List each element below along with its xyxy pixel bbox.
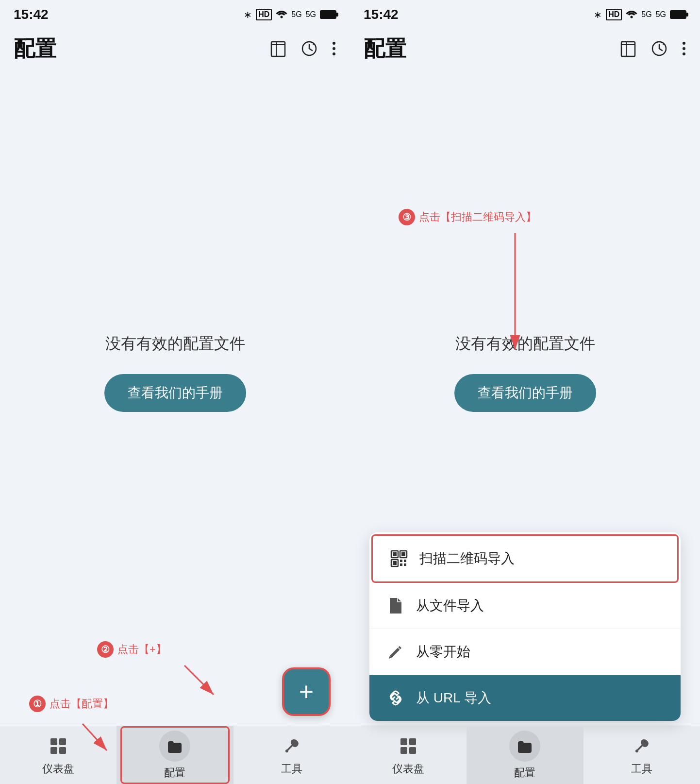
svg-rect-13 xyxy=(59,738,66,745)
annotation-1: ① 点击【配置】 xyxy=(29,696,114,712)
menu-item-url[interactable]: 从 URL 导入 xyxy=(369,675,681,721)
file-icon xyxy=(387,597,404,614)
fab-button-left[interactable]: + xyxy=(282,667,331,716)
svg-rect-38 xyxy=(400,738,407,745)
config-icon-circle-right xyxy=(509,731,540,762)
page-title-left: 配置 xyxy=(14,34,56,63)
annotation-text-1: 点击【配置】 xyxy=(50,697,114,711)
left-screen: 15:42 ∗ HD 5G 5G 配置 xyxy=(0,0,350,784)
wifi-icon-r xyxy=(626,9,637,20)
qr-icon xyxy=(390,550,408,567)
main-content-left: 没有有效的配置文件 查看我们的手册 xyxy=(0,68,350,726)
annotation-text-2: 点击【+】 xyxy=(117,642,167,657)
clock-icon-btn-right[interactable] xyxy=(650,40,668,57)
nav-label-tools-right: 工具 xyxy=(631,762,652,776)
more-icon-left xyxy=(332,40,336,57)
svg-point-6 xyxy=(333,47,335,50)
svg-point-24 xyxy=(683,52,685,55)
more-icon-btn-right[interactable] xyxy=(682,40,686,57)
top-bar-right: 配置 xyxy=(350,29,700,68)
annotation-text-3: 点击【扫描二维码导入】 xyxy=(419,210,536,224)
hd-icon-r: HD xyxy=(606,9,622,20)
dashboard-icon-wrap-right xyxy=(397,734,420,758)
status-icons-right: ∗ HD 5G 5G xyxy=(594,9,686,20)
svg-rect-30 xyxy=(401,552,405,556)
annotation-badge-1: ① xyxy=(29,696,46,712)
svg-rect-33 xyxy=(400,560,402,562)
svg-rect-1 xyxy=(271,42,285,56)
signal2-icon-r: 5G xyxy=(656,10,666,19)
bluetooth-icon: ∗ xyxy=(244,9,252,20)
nav-item-config-left[interactable]: 配置 xyxy=(117,726,233,784)
no-config-text-right: 没有有效的配置文件 xyxy=(455,333,595,355)
svg-rect-41 xyxy=(409,747,416,754)
signal-icon-r: 5G xyxy=(641,10,651,19)
more-icon-right xyxy=(682,40,686,57)
tools-icon-left xyxy=(282,736,301,756)
top-actions-right xyxy=(619,40,686,57)
clock-icon-btn-left[interactable] xyxy=(300,40,318,57)
annotation-badge-3: ③ xyxy=(399,209,415,225)
fab-plus-icon: + xyxy=(299,679,314,704)
right-screen: 15:42 ∗ HD 5G 5G 配置 xyxy=(350,0,700,784)
top-actions-left xyxy=(269,40,336,57)
svg-rect-32 xyxy=(393,561,397,565)
folder-icon-right xyxy=(516,737,533,755)
nav-label-tools-left: 工具 xyxy=(281,762,302,776)
nav-label-dashboard-left: 仪表盘 xyxy=(42,762,74,776)
menu-item-scratch[interactable]: 从零开始 xyxy=(369,629,681,675)
svg-rect-34 xyxy=(404,560,406,562)
svg-rect-35 xyxy=(400,563,402,566)
status-time-right: 15:42 xyxy=(364,7,399,22)
svg-rect-36 xyxy=(404,563,406,566)
book-icon-left xyxy=(269,40,287,57)
clock-icon-right xyxy=(650,40,668,57)
nav-item-tools-right[interactable]: 工具 xyxy=(583,726,700,784)
status-time-left: 15:42 xyxy=(14,7,49,22)
tools-icon-right xyxy=(632,736,651,756)
menu-item-qr[interactable]: 扫描二维码导入 xyxy=(371,534,679,583)
svg-rect-39 xyxy=(409,738,416,745)
manual-btn-right[interactable]: 查看我们的手册 xyxy=(454,374,596,412)
menu-item-label-qr: 扫描二维码导入 xyxy=(419,549,515,568)
bottom-nav-left: 仪表盘 配置 工具 xyxy=(0,726,350,784)
selected-box-left xyxy=(120,726,229,784)
svg-point-17 xyxy=(631,16,633,18)
manual-btn-left[interactable]: 查看我们的手册 xyxy=(104,374,246,412)
svg-point-42 xyxy=(635,750,638,752)
pencil-icon xyxy=(387,643,404,661)
signal2-icon: 5G xyxy=(306,10,316,19)
svg-rect-15 xyxy=(59,747,66,754)
svg-point-5 xyxy=(333,42,335,45)
status-bar-left: 15:42 ∗ HD 5G 5G xyxy=(0,0,350,29)
book-icon-btn-left[interactable] xyxy=(269,40,287,57)
hd-icon: HD xyxy=(256,9,272,20)
svg-point-23 xyxy=(683,47,685,50)
status-bar-right: 15:42 ∗ HD 5G 5G xyxy=(350,0,700,29)
tools-icon-wrap-left xyxy=(280,734,303,758)
dashboard-icon-left xyxy=(49,736,68,756)
menu-item-file[interactable]: 从文件导入 xyxy=(369,583,681,629)
tools-icon-wrap-right xyxy=(630,734,653,758)
nav-item-dashboard-left[interactable]: 仪表盘 xyxy=(0,726,117,784)
top-bar-left: 配置 xyxy=(0,29,350,68)
svg-rect-12 xyxy=(50,738,57,745)
menu-item-label-url: 从 URL 导入 xyxy=(416,689,491,707)
clock-icon-left xyxy=(300,40,318,57)
nav-item-dashboard-right[interactable]: 仪表盘 xyxy=(350,726,467,784)
book-icon-btn-right[interactable] xyxy=(619,40,637,57)
nav-item-tools-left[interactable]: 工具 xyxy=(233,726,350,784)
menu-item-label-scratch: 从零开始 xyxy=(416,643,470,661)
wifi-icon xyxy=(276,9,287,20)
svg-point-7 xyxy=(333,52,335,55)
svg-point-22 xyxy=(683,42,685,45)
more-icon-btn-left[interactable] xyxy=(332,40,336,57)
nav-item-config-right[interactable]: 配置 xyxy=(467,726,583,784)
link-icon xyxy=(387,689,404,707)
page-title-right: 配置 xyxy=(364,34,406,63)
status-icons-left: ∗ HD 5G 5G xyxy=(244,9,336,20)
signal-icon: 5G xyxy=(291,10,301,19)
bluetooth-icon-r: ∗ xyxy=(594,9,602,20)
annotation-3: ③ 点击【扫描二维码导入】 xyxy=(399,209,536,225)
svg-rect-40 xyxy=(400,747,407,754)
